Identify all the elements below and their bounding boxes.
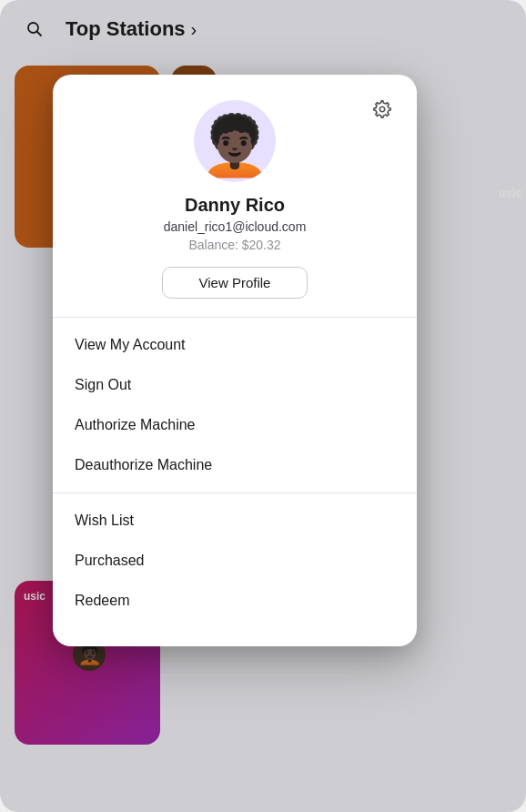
user-email: daniel_rico1@icloud.com [164,219,307,234]
view-profile-button[interactable]: View Profile [162,267,309,299]
menu-section-2: Wish List Purchased Redeem [53,493,417,628]
menu-item-wish-list[interactable]: Wish List [53,501,417,541]
menu-item-purchased[interactable]: Purchased [53,541,417,581]
user-balance: Balance: $20.32 [188,238,280,252]
gear-button[interactable] [366,93,399,126]
app-container: Top Stations › usic 🧑🏿‍🦱 usic [0,0,526,812]
profile-section: 🧑🏿‍🦱 Danny Rico daniel_rico1@icloud.com … [53,75,417,317]
dropdown-menu: 🧑🏿‍🦱 Danny Rico daniel_rico1@icloud.com … [53,75,417,646]
menu-item-view-account[interactable]: View My Account [53,325,417,365]
menu-item-redeem[interactable]: Redeem [53,581,417,621]
menu-section-1: View My Account Sign Out Authorize Machi… [53,318,417,492]
menu-item-authorize[interactable]: Authorize Machine [53,405,417,445]
gear-icon [372,99,392,119]
avatar-emoji: 🧑🏿‍🦱 [198,117,271,175]
avatar: 🧑🏿‍🦱 [194,100,276,182]
user-name: Danny Rico [185,195,285,216]
menu-item-deauthorize[interactable]: Deauthorize Machine [53,445,417,485]
menu-item-sign-out[interactable]: Sign Out [53,365,417,405]
